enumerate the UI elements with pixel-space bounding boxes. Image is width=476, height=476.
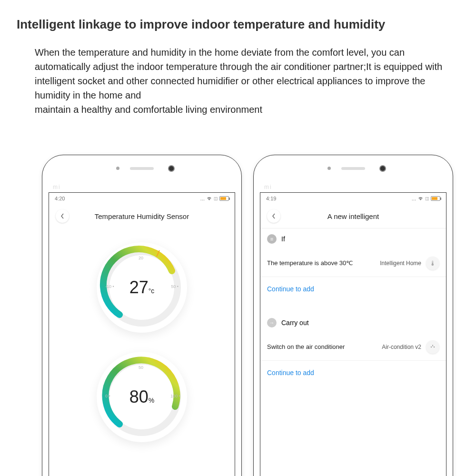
camera-icon	[379, 165, 386, 172]
hum-mid-label: 50	[139, 365, 143, 370]
speaker-icon	[130, 167, 154, 170]
speaker-icon	[341, 167, 365, 170]
hum-max-label: 100 •	[170, 394, 180, 398]
status-dots: ...	[200, 196, 205, 201]
temp-max-label: 50 •	[171, 284, 178, 289]
svg-rect-5	[432, 345, 433, 346]
condition-device: Intelligent Home	[380, 260, 421, 267]
condition-row[interactable]: The temperature is above 30℃ Intelligent…	[260, 249, 446, 277]
wifi-icon	[206, 196, 212, 201]
app-bar: Temperature Humidity Sensor	[49, 204, 235, 228]
phone-left: mi 4:20 ... ◫ Temperature Humidity Senso…	[42, 155, 242, 476]
status-time: 4:20	[55, 196, 65, 201]
phone-right: mi 4:19 ... ◫ A new intelligent ≡ If The…	[253, 155, 453, 476]
status-bar: 4:19 ... ◫	[260, 193, 446, 204]
hum-min-label: 0 •	[105, 394, 110, 398]
add-condition-link[interactable]: Continue to add	[260, 277, 446, 301]
signal-icon: ◫	[425, 196, 429, 201]
phone-bezel-top	[254, 155, 453, 181]
action-text: Switch on the air conditioner	[267, 343, 382, 350]
phone-bezel-top	[42, 155, 241, 181]
action-device: Air-condition v2	[382, 344, 421, 350]
battery-icon	[431, 196, 440, 201]
temp-mid-label: 20	[139, 256, 143, 260]
chevron-left-icon	[272, 213, 276, 219]
add-action-link[interactable]: Continue to add	[260, 361, 446, 385]
humidity-value: 80%	[129, 387, 155, 407]
page-description: When the temperature and humidity in the…	[35, 45, 447, 117]
temperature-value: 27°c	[129, 278, 155, 298]
screen-title: Temperature Humidity Sensor	[49, 212, 235, 220]
phone-brand: mi	[53, 184, 61, 190]
signal-icon: ◫	[214, 196, 218, 201]
temperature-gauge: -10 • 20 50 • 27°c	[97, 242, 187, 333]
chevron-left-icon	[60, 213, 64, 219]
svg-point-4	[434, 346, 435, 347]
battery-icon	[219, 196, 229, 201]
humidity-gauge: 0 • 50 100 • 80%	[97, 352, 187, 442]
status-dots: ...	[412, 196, 416, 201]
back-button[interactable]	[56, 209, 69, 223]
arrow-right-icon: →	[267, 318, 277, 327]
carry-section-header: → Carry out	[260, 312, 446, 333]
screen-right: 4:19 ... ◫ A new intelligent ≡ If The te…	[260, 192, 446, 476]
page-title: Intelligent linkage to improve indoor te…	[17, 17, 385, 32]
carry-label: Carry out	[281, 319, 309, 327]
temp-min-label: -10 •	[105, 284, 114, 289]
thermometer-icon: 🌡	[426, 257, 439, 270]
if-section-header: ≡ If	[260, 228, 446, 249]
status-time: 4:19	[266, 196, 276, 201]
status-bar: 4:20 ... ◫	[49, 193, 235, 204]
condition-text: The temperature is above 30℃	[267, 259, 380, 267]
proximity-sensor-icon	[116, 167, 119, 170]
screen-title: A new intelligent	[260, 212, 446, 220]
svg-point-3	[431, 346, 432, 347]
wifi-icon	[417, 196, 424, 201]
phone-brand: mi	[264, 184, 272, 190]
plug-icon	[426, 340, 439, 354]
app-bar: A new intelligent	[260, 204, 446, 228]
action-row[interactable]: Switch on the air conditioner Air-condit…	[260, 333, 446, 361]
proximity-sensor-icon	[327, 167, 331, 170]
camera-icon	[168, 165, 175, 172]
if-label: If	[281, 235, 285, 243]
back-button[interactable]	[267, 209, 280, 223]
screen-left: 4:20 ... ◫ Temperature Humidity Sensor	[49, 192, 235, 476]
list-icon: ≡	[267, 234, 277, 244]
